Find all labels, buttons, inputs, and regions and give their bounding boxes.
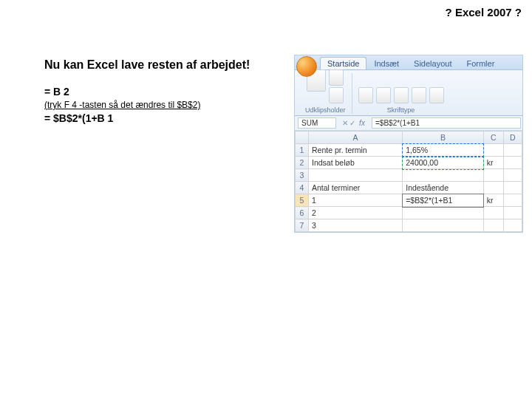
row-header[interactable]: 6 bbox=[296, 207, 309, 219]
cell[interactable]: 1 bbox=[309, 194, 403, 207]
formula-bar: SUM ✕ ✓ fx =$B$2*(1+B1 bbox=[295, 116, 522, 131]
column-header-row: A B C D bbox=[296, 132, 522, 144]
cell[interactable] bbox=[403, 207, 484, 219]
cell[interactable] bbox=[403, 169, 484, 182]
cell[interactable]: Antal terminer bbox=[309, 182, 403, 194]
fill-color-icon[interactable] bbox=[412, 87, 426, 103]
cell[interactable]: Indestående bbox=[403, 182, 484, 194]
cell[interactable] bbox=[503, 169, 522, 182]
ribbon-group-clipboard: Udklipsholder bbox=[299, 73, 352, 114]
table-row: 1 Rente pr. termin 1,65% bbox=[296, 144, 522, 157]
col-header-b[interactable]: B bbox=[403, 132, 484, 144]
cell[interactable]: 1,65% bbox=[403, 144, 484, 157]
table-row: 6 2 bbox=[296, 207, 522, 219]
cell[interactable]: Indsat beløb bbox=[309, 157, 403, 169]
cell[interactable] bbox=[483, 182, 503, 194]
col-header-d[interactable]: D bbox=[503, 132, 522, 144]
cell[interactable] bbox=[403, 219, 484, 232]
row-header[interactable]: 1 bbox=[296, 144, 309, 157]
cell[interactable]: Rente pr. termin bbox=[309, 144, 403, 157]
row-header[interactable]: 5 bbox=[296, 194, 309, 207]
formula-input[interactable]: =$B$2*(1+B1 bbox=[372, 117, 521, 129]
cell[interactable]: kr bbox=[483, 157, 503, 169]
formula-step-1: = B 2 bbox=[44, 86, 281, 98]
bold-icon[interactable] bbox=[358, 87, 373, 103]
copy-icon[interactable] bbox=[329, 87, 344, 103]
enter-icon[interactable]: ✓ bbox=[349, 119, 355, 127]
cell[interactable] bbox=[483, 207, 503, 219]
tab-sidelayout[interactable]: Sidelayout bbox=[406, 57, 459, 69]
font-color-icon[interactable] bbox=[429, 87, 444, 103]
ribbon-group-label: Udklipsholder bbox=[305, 106, 346, 114]
cell[interactable] bbox=[483, 144, 503, 157]
cell[interactable] bbox=[503, 219, 522, 232]
cell[interactable] bbox=[483, 169, 503, 182]
cell-editing[interactable]: =$B$2*(1+B1 bbox=[403, 194, 484, 207]
col-header-c[interactable]: C bbox=[483, 132, 503, 144]
f4-hint: (tryk F 4 -tasten så det ændres til $B$2… bbox=[44, 100, 281, 110]
cell[interactable]: kr bbox=[483, 194, 503, 207]
table-row: 7 3 bbox=[296, 219, 522, 232]
cell[interactable]: 24000,00 bbox=[403, 157, 484, 169]
cell[interactable] bbox=[503, 207, 522, 219]
row-header[interactable]: 3 bbox=[296, 169, 309, 182]
ribbon-group-label: Skrifttype bbox=[387, 106, 415, 114]
cell[interactable]: 2 bbox=[309, 207, 403, 219]
tab-startside[interactable]: Startside bbox=[320, 57, 366, 69]
col-header-a[interactable]: A bbox=[309, 132, 403, 144]
cell[interactable] bbox=[483, 219, 503, 232]
cancel-icon[interactable]: ✕ bbox=[342, 119, 348, 127]
cell[interactable] bbox=[503, 157, 522, 169]
select-all-corner[interactable] bbox=[296, 132, 309, 144]
cell[interactable] bbox=[503, 182, 522, 194]
row-header[interactable]: 4 bbox=[296, 182, 309, 194]
fx-icon[interactable]: fx bbox=[357, 119, 367, 127]
tab-indsaet[interactable]: Indsæt bbox=[366, 57, 406, 69]
tab-formler[interactable]: Formler bbox=[459, 57, 502, 69]
cell[interactable] bbox=[503, 194, 522, 207]
cell[interactable]: 3 bbox=[309, 219, 403, 232]
office-button-icon[interactable] bbox=[296, 56, 317, 77]
row-header[interactable]: 7 bbox=[296, 219, 309, 232]
ribbon-tabs: Startside Indsæt Sidelayout Formler bbox=[295, 55, 522, 70]
cell[interactable] bbox=[309, 169, 403, 182]
table-row: 2 Indsat beløb 24000,00 kr bbox=[296, 157, 522, 169]
formula-bar-controls: ✕ ✓ fx bbox=[339, 119, 370, 127]
cell[interactable] bbox=[503, 144, 522, 157]
instruction-heading: Nu kan Excel lave resten af arbejdet! bbox=[44, 58, 281, 72]
table-row: 5 1 =$B$2*(1+B1 kr bbox=[296, 194, 522, 207]
spreadsheet-grid[interactable]: A B C D 1 Rente pr. termin 1,65% 2 Indsa… bbox=[295, 131, 522, 232]
underline-icon[interactable] bbox=[394, 87, 409, 103]
ribbon-group-font: Skrifttype bbox=[352, 73, 450, 114]
cut-icon[interactable] bbox=[329, 69, 344, 86]
excel-window: Startside Indsæt Sidelayout Formler Udkl… bbox=[294, 55, 523, 233]
italic-icon[interactable] bbox=[376, 87, 391, 103]
table-row: 3 bbox=[296, 169, 522, 182]
row-header[interactable]: 2 bbox=[296, 157, 309, 169]
table-row: 4 Antal terminer Indestående bbox=[296, 182, 522, 194]
formula-step-2: = $B$2*(1+B 1 bbox=[44, 112, 281, 124]
instruction-panel: Nu kan Excel lave resten af arbejdet! = … bbox=[44, 58, 281, 124]
name-box[interactable]: SUM bbox=[298, 117, 336, 129]
page-title: ? Excel 2007 ? bbox=[446, 6, 522, 18]
ribbon-body: Udklipsholder Skrifttype bbox=[295, 70, 522, 116]
